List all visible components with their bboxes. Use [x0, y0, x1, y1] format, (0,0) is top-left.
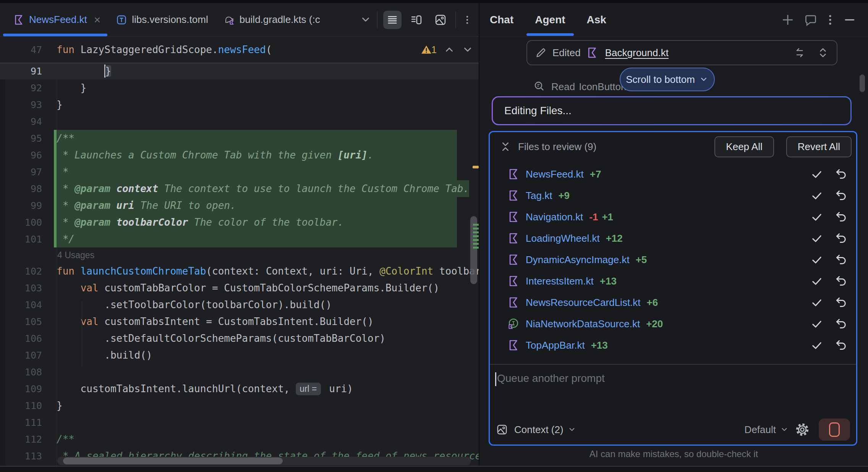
- scrollbar-warning-mark[interactable]: [473, 166, 479, 168]
- horizontal-scrollbar-thumb[interactable]: [63, 457, 283, 464]
- editor-tab-build-gradle-kts-c[interactable]: build.gradle.kts (:c: [218, 3, 326, 36]
- pinned-line[interactable]: 47 fun LazyStaggeredGridScope.newsFeed( …: [0, 37, 479, 63]
- more-options-icon[interactable]: [462, 14, 473, 26]
- accept-file-button[interactable]: [810, 168, 823, 181]
- edited-file-card[interactable]: Edited Background.kt: [526, 40, 837, 65]
- revert-all-button[interactable]: Revert All: [786, 136, 852, 157]
- next-warning-icon[interactable]: [462, 44, 473, 55]
- accept-file-button[interactable]: [810, 296, 823, 309]
- accept-file-button[interactable]: [810, 253, 823, 266]
- chevron-down-icon[interactable]: [360, 14, 371, 26]
- model-dropdown[interactable]: Default: [745, 424, 789, 436]
- revert-file-button[interactable]: [835, 317, 848, 330]
- review-file-row[interactable]: InterestsItem.kt+13: [490, 270, 856, 292]
- hide-panel-icon[interactable]: [843, 13, 857, 27]
- revert-file-button[interactable]: [835, 339, 848, 352]
- stop-button[interactable]: [819, 419, 850, 441]
- editor-horizontal-scrollbar[interactable]: [57, 457, 471, 465]
- chat-history-icon[interactable]: [804, 13, 818, 27]
- code-editor[interactable]: 91 }92 }93}9495/**96 * Launches a Custom…: [0, 63, 479, 464]
- file-link[interactable]: NiaNetworkDataSource.kt: [526, 318, 640, 330]
- revert-file-button[interactable]: [835, 275, 848, 288]
- expand-card-icon[interactable]: [817, 47, 829, 59]
- line-number[interactable]: 97: [0, 163, 57, 180]
- accept-file-button[interactable]: [810, 189, 823, 202]
- review-file-row[interactable]: DynamicAsyncImage.kt+5: [490, 249, 856, 270]
- accept-file-button[interactable]: [810, 232, 823, 245]
- settings-gear-icon[interactable]: [795, 422, 810, 437]
- file-link[interactable]: NewsResourceCardList.kt: [526, 297, 641, 309]
- review-file-row[interactable]: LoadingWheel.kt+12: [490, 228, 856, 249]
- line-number[interactable]: 105: [0, 313, 57, 330]
- accept-file-button[interactable]: [810, 275, 823, 288]
- review-file-row[interactable]: NewsResourceCardList.kt+6: [490, 292, 856, 313]
- prompt-input[interactable]: Queue another prompt: [490, 365, 856, 421]
- card-file-link[interactable]: Background.kt: [605, 47, 669, 59]
- review-file-row[interactable]: Tag.kt+9: [490, 185, 856, 206]
- file-link[interactable]: LoadingWheel.kt: [526, 233, 600, 244]
- revert-file-button[interactable]: [835, 210, 848, 223]
- accept-file-button[interactable]: [810, 210, 823, 223]
- scrollbar-added-lines-mark[interactable]: [473, 224, 479, 250]
- tab-chat[interactable]: Chat: [490, 3, 513, 37]
- context-dropdown[interactable]: Context (2): [514, 424, 577, 436]
- file-link[interactable]: InterestsItem.kt: [526, 275, 594, 287]
- line-number[interactable]: 103: [0, 280, 57, 296]
- revert-file-button[interactable]: [835, 296, 848, 309]
- editor-tab-newsfeed-kt[interactable]: NewsFeed.kt×: [8, 3, 106, 36]
- view-mode-preview-button[interactable]: [431, 11, 450, 29]
- file-link[interactable]: Tag.kt: [526, 190, 552, 202]
- line-number[interactable]: 95: [0, 130, 57, 147]
- editor-tab-libs-versions-toml[interactable]: libs.versions.toml: [110, 3, 213, 36]
- usages-inlay-hint[interactable]: 4 Usages: [0, 247, 479, 263]
- line-number[interactable]: 112: [0, 431, 57, 448]
- review-file-row[interactable]: TopAppBar.kt+13: [490, 335, 856, 356]
- attach-image-icon[interactable]: [496, 424, 508, 436]
- line-number[interactable]: 104: [0, 296, 57, 313]
- keep-all-button[interactable]: Keep All: [714, 136, 774, 157]
- line-number[interactable]: 101: [0, 231, 57, 247]
- tab-agent[interactable]: Agent: [535, 3, 565, 37]
- review-file-row[interactable]: Navigation.kt-1+1: [490, 206, 856, 228]
- new-chat-icon[interactable]: [781, 13, 795, 27]
- close-tab-icon[interactable]: ×: [94, 14, 101, 26]
- review-file-row[interactable]: NiaNetworkDataSource.kt+20: [490, 313, 856, 335]
- file-link[interactable]: NewsFeed.kt: [526, 168, 584, 180]
- view-mode-text-button[interactable]: [383, 11, 402, 29]
- review-file-row[interactable]: NewsFeed.kt+7: [490, 163, 856, 185]
- line-number[interactable]: 108: [0, 364, 57, 380]
- collapse-icon[interactable]: [500, 141, 511, 152]
- line-number[interactable]: 113: [0, 448, 57, 464]
- warning-indicator[interactable]: 1: [421, 44, 437, 55]
- file-link[interactable]: Navigation.kt: [526, 211, 583, 223]
- revert-file-button[interactable]: [835, 168, 848, 181]
- line-number[interactable]: 102: [0, 263, 57, 280]
- chat-scrollbar[interactable]: [860, 74, 865, 92]
- line-number[interactable]: 111: [0, 414, 57, 431]
- line-number[interactable]: 106: [0, 330, 57, 347]
- line-number[interactable]: 99: [0, 197, 57, 214]
- revert-file-button[interactable]: [835, 232, 848, 245]
- line-number[interactable]: 100: [0, 214, 57, 231]
- line-number[interactable]: 109: [0, 380, 57, 397]
- more-options-icon[interactable]: [827, 13, 834, 27]
- line-number[interactable]: 93: [0, 96, 57, 113]
- revert-file-button[interactable]: [835, 189, 848, 202]
- tab-ask[interactable]: Ask: [587, 3, 606, 37]
- accept-file-button[interactable]: [810, 317, 823, 330]
- line-number[interactable]: 94: [0, 113, 57, 130]
- line-number[interactable]: 110: [0, 397, 57, 414]
- line-number[interactable]: 92: [0, 79, 57, 96]
- file-link[interactable]: DynamicAsyncImage.kt: [526, 254, 630, 266]
- file-link[interactable]: TopAppBar.kt: [526, 339, 585, 351]
- scroll-to-bottom-button[interactable]: Scroll to bottom: [620, 68, 715, 91]
- revert-file-button[interactable]: [835, 253, 848, 266]
- line-number[interactable]: 91: [0, 63, 57, 79]
- line-number[interactable]: 107: [0, 347, 57, 364]
- show-diff-icon[interactable]: [792, 47, 805, 59]
- line-number[interactable]: 96: [0, 147, 57, 163]
- view-mode-split-button[interactable]: [407, 11, 426, 29]
- prev-warning-icon[interactable]: [444, 44, 455, 55]
- line-number[interactable]: 98: [0, 180, 57, 197]
- accept-file-button[interactable]: [810, 339, 823, 352]
